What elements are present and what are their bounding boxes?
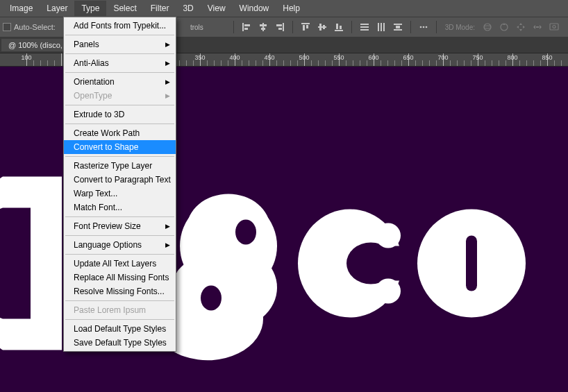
ruler-label: 450 <box>264 54 274 61</box>
submenu-arrow-icon: ▶ <box>165 241 170 248</box>
menu-item-update-all-text-layers[interactable]: Update All Text Layers <box>64 257 176 271</box>
menu-item-opentype: OpenType▶ <box>64 89 176 103</box>
align-bottom-edges-icon[interactable] <box>332 20 346 34</box>
menu-image[interactable]: Image <box>3 1 40 16</box>
svg-rect-13 <box>319 24 321 31</box>
ruler-minor-tick <box>387 60 388 66</box>
menu-3d[interactable]: 3D <box>176 1 200 16</box>
svg-rect-16 <box>336 24 338 29</box>
svg-rect-25 <box>394 29 402 31</box>
3d-roll-icon[interactable] <box>497 20 511 34</box>
3d-pan-icon[interactable] <box>514 20 528 34</box>
3d-orbit-icon[interactable] <box>481 20 494 34</box>
svg-rect-18 <box>360 24 369 25</box>
menu-select[interactable]: Select <box>106 1 143 16</box>
ruler-label: 750 <box>472 54 483 61</box>
menu-item-rasterize-type-layer[interactable]: Rasterize Type Layer <box>64 159 176 173</box>
menu-item-resolve-missing-fonts[interactable]: Resolve Missing Fonts... <box>64 284 176 298</box>
ruler-minor-tick <box>228 60 228 66</box>
svg-point-45 <box>376 279 401 304</box>
svg-point-35 <box>553 26 556 28</box>
ruler-minor-tick <box>290 60 291 66</box>
3d-slide-icon[interactable] <box>531 20 544 34</box>
align-left-edges-icon[interactable] <box>240 20 253 34</box>
menu-view[interactable]: View <box>201 1 233 16</box>
align-top-edges-icon[interactable] <box>299 20 312 34</box>
ruler-label: 550 <box>333 54 344 61</box>
menu-item-warp-text[interactable]: Warp Text... <box>64 187 176 201</box>
menu-bar: Image Layer Type Select Filter 3D View W… <box>0 0 568 17</box>
3d-zoom-icon[interactable] <box>547 20 561 34</box>
ruler-label: 800 <box>507 54 517 61</box>
svg-rect-43 <box>378 246 406 281</box>
ruler-minor-tick <box>394 60 395 66</box>
distribute-bottom-icon[interactable] <box>391 20 405 34</box>
menu-item-load-default-type-styles[interactable]: Load Default Type Styles <box>64 322 176 336</box>
more-options-icon[interactable] <box>417 20 431 34</box>
svg-rect-9 <box>301 23 310 24</box>
submenu-arrow-icon: ▶ <box>165 60 170 67</box>
menu-separator <box>65 156 174 157</box>
menu-item-add-fonts-from-typekit[interactable]: Add Fonts from Typekit... <box>64 19 176 33</box>
menu-separator <box>65 216 174 217</box>
menu-separator <box>65 105 174 105</box>
svg-rect-11 <box>306 25 308 28</box>
ruler-minor-tick <box>436 60 437 66</box>
menu-help[interactable]: Help <box>276 1 307 16</box>
menu-filter[interactable]: Filter <box>144 1 176 16</box>
ruler-minor-tick <box>492 60 492 66</box>
menu-item-paste-lorem-ipsum: Paste Lorem Ipsum <box>64 303 176 317</box>
ruler-minor-tick <box>533 60 534 66</box>
menu-type[interactable]: Type <box>74 1 106 16</box>
menu-item-language-options[interactable]: Language Options▶ <box>64 238 176 252</box>
ruler-minor-tick <box>471 60 471 66</box>
divider-icon <box>351 21 352 33</box>
menu-item-match-font[interactable]: Match Font... <box>64 201 176 214</box>
menu-item-font-preview-size[interactable]: Font Preview Size▶ <box>64 219 176 233</box>
distribute-vertical-icon[interactable] <box>374 20 388 34</box>
menu-item-anti-alias[interactable]: Anti-Alias▶ <box>64 56 176 70</box>
submenu-arrow-icon: ▶ <box>165 41 170 48</box>
align-horizontal-centers-icon[interactable] <box>256 20 270 34</box>
menu-layer[interactable]: Layer <box>40 1 74 16</box>
menu-item-replace-all-missing-fonts[interactable]: Replace All Missing Fonts <box>64 271 176 284</box>
auto-select-label: Auto-Select: <box>14 23 56 31</box>
align-right-edges-icon[interactable] <box>273 20 287 34</box>
svg-rect-12 <box>318 26 326 28</box>
ruler-minor-tick <box>325 60 326 66</box>
divider-icon <box>292 21 293 33</box>
ruler-minor-tick <box>249 60 249 66</box>
ruler-minor-tick <box>221 60 222 66</box>
ruler-minor-tick <box>193 60 194 66</box>
menu-item-convert-to-shape[interactable]: Convert to Shape <box>64 140 176 154</box>
ruler-minor-tick <box>554 60 555 66</box>
menu-item-extrude-to-3d[interactable]: Extrude to 3D <box>64 108 176 121</box>
menu-item-orientation[interactable]: Orientation▶ <box>64 75 176 89</box>
align-vertical-centers-icon[interactable] <box>315 20 329 34</box>
ruler-minor-tick <box>332 60 333 66</box>
ruler-minor-tick <box>464 60 465 66</box>
menu-separator <box>65 72 174 73</box>
checkbox-box-icon <box>3 23 11 31</box>
svg-rect-0 <box>242 23 244 31</box>
auto-select-checkbox[interactable]: Auto-Select: <box>3 23 56 31</box>
menu-window[interactable]: Window <box>233 1 276 16</box>
ruler-minor-tick <box>499 60 499 66</box>
svg-rect-6 <box>283 23 284 31</box>
svg-rect-14 <box>323 25 325 29</box>
menu-separator <box>65 53 174 54</box>
ruler-minor-tick <box>485 60 485 66</box>
ruler-label: 100 <box>21 54 31 61</box>
ruler-minor-tick <box>519 60 520 66</box>
svg-point-28 <box>422 26 424 28</box>
svg-rect-15 <box>335 30 343 31</box>
menu-item-save-default-type-styles[interactable]: Save Default Type Styles <box>64 336 176 350</box>
svg-rect-26 <box>396 26 400 28</box>
menu-item-convert-to-paragraph-text[interactable]: Convert to Paragraph Text <box>64 173 176 187</box>
menu-item-panels[interactable]: Panels▶ <box>64 37 176 51</box>
ruler-minor-tick <box>283 60 284 66</box>
distribute-top-icon[interactable] <box>358 20 371 34</box>
svg-rect-33 <box>536 26 539 28</box>
svg-point-29 <box>425 26 427 28</box>
menu-item-create-work-path[interactable]: Create Work Path <box>64 126 176 140</box>
